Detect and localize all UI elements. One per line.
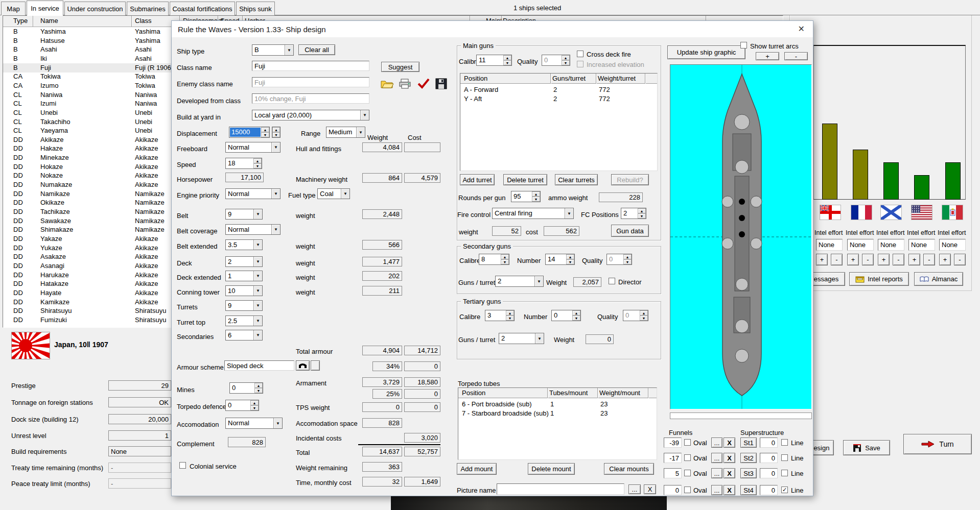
fc-positions-stepper[interactable]: 2▲▼ xyxy=(621,208,646,219)
graphic-zoom-out-button[interactable]: - xyxy=(784,52,808,60)
open-folder-icon[interactable] xyxy=(380,78,394,89)
range-select[interactable]: Medium▼ xyxy=(326,127,365,138)
fire-control-select[interactable]: Central firing▼ xyxy=(492,208,574,219)
superstructure-value-input[interactable]: 0 xyxy=(760,468,778,478)
torpedo-tubes-header[interactable]: Position xyxy=(462,389,485,397)
sg-quality-stepper[interactable]: 0▲▼ xyxy=(606,254,632,265)
superstructure-value-input[interactable]: 0 xyxy=(760,453,778,463)
intel-plus-button[interactable]: + xyxy=(847,254,859,265)
main-guns-table[interactable]: PositionGuns/turretWeight/turretA - Forw… xyxy=(460,73,658,171)
superstructure-st3-button[interactable]: St3 xyxy=(740,468,757,478)
tab-ships-sunk[interactable]: Ships sunk xyxy=(236,2,275,15)
superstructure-line-checkbox[interactable] xyxy=(781,470,788,476)
accomodation-select[interactable]: Normal▼ xyxy=(225,418,283,429)
spin-down-icon[interactable]: ▼ xyxy=(261,132,269,137)
spin-down-icon[interactable]: ▼ xyxy=(566,259,574,264)
funnel-value-input[interactable]: 5 xyxy=(664,468,682,478)
spin-down-icon[interactable]: ▼ xyxy=(532,197,540,202)
intel-minus-button[interactable]: - xyxy=(893,254,904,265)
update-ship-graphic-button[interactable]: Update ship graphic xyxy=(667,45,745,59)
spin-up-icon[interactable]: ▲ xyxy=(623,254,632,259)
tab-map[interactable]: Map xyxy=(1,2,26,15)
chevron-down-icon[interactable]: ▼ xyxy=(534,276,543,286)
funnel-value-input[interactable]: 0 xyxy=(664,485,682,495)
show-turret-arcs-checkbox[interactable] xyxy=(740,42,747,48)
armour-scheme-input[interactable]: Sloped deck xyxy=(224,360,294,371)
add-turret-button[interactable]: Add turret xyxy=(460,174,495,185)
gun-data-button[interactable]: Gun data xyxy=(611,225,649,237)
picture-name-input[interactable] xyxy=(497,483,624,495)
spin-up-icon[interactable]: ▲ xyxy=(562,55,570,60)
spin-up-icon[interactable]: ▲ xyxy=(272,127,280,132)
validate-check-icon[interactable] xyxy=(416,77,431,89)
spin-up-icon[interactable]: ▲ xyxy=(501,254,509,259)
table-row[interactable]: 6 - Port broadside (sub)123 xyxy=(458,400,657,409)
spin-down-icon[interactable]: ▼ xyxy=(250,405,259,410)
delete-mount-button[interactable]: Delete mount xyxy=(528,463,575,475)
spin-up-icon[interactable]: ▲ xyxy=(253,158,262,163)
table-row[interactable]: A - Forward2772 xyxy=(460,86,657,95)
spin-up-icon[interactable]: ▲ xyxy=(506,310,514,315)
funnel-delete-button[interactable]: X xyxy=(724,468,735,478)
graphic-zoom-in-button[interactable]: + xyxy=(756,52,779,60)
sg-guns-per-turret-select[interactable]: 2▼ xyxy=(495,276,544,287)
spin-up-icon[interactable]: ▲ xyxy=(532,191,540,197)
chevron-down-icon[interactable]: ▼ xyxy=(271,189,280,199)
armour-scheme-extra-button[interactable] xyxy=(311,360,320,371)
mg-calibre-stepper[interactable]: 11▲▼ xyxy=(476,55,512,66)
intel-plus-button[interactable]: + xyxy=(878,254,890,265)
funnel-oval-checkbox[interactable] xyxy=(684,454,691,461)
suggest-button[interactable]: Suggest xyxy=(381,62,419,72)
main-guns-header[interactable]: Weight/turret xyxy=(598,75,636,82)
main-guns-header[interactable]: Position xyxy=(464,75,487,82)
spin-up-icon[interactable]: ▲ xyxy=(572,310,580,315)
spin-down-icon[interactable]: ▼ xyxy=(501,259,509,264)
chevron-down-icon[interactable]: ▼ xyxy=(273,418,282,428)
sg-calibre-stepper[interactable]: 8▲▼ xyxy=(479,254,509,265)
torpedo-tubes-header[interactable]: Weight/mount xyxy=(599,389,640,397)
funnel-browse-button[interactable]: ... xyxy=(711,438,722,448)
spin-down-icon[interactable]: ▼ xyxy=(254,388,263,393)
armour-scheme-icon-button[interactable] xyxy=(296,360,310,371)
belt-coverage-select[interactable]: Normal▼ xyxy=(225,224,281,235)
chevron-down-icon[interactable]: ▼ xyxy=(535,333,544,344)
delete-turret-button[interactable]: Delete turret xyxy=(503,174,547,185)
spin-down-icon[interactable]: ▼ xyxy=(503,60,511,65)
enemy-class-input[interactable]: Fuji xyxy=(252,77,369,87)
column-header-type[interactable]: Type xyxy=(13,17,28,25)
speed-stepper[interactable]: 18▲▼ xyxy=(225,158,262,169)
funnel-oval-checkbox[interactable] xyxy=(684,470,691,476)
close-icon[interactable]: ✕ xyxy=(798,24,805,34)
ship-type-select[interactable]: B▼ xyxy=(252,44,294,56)
developed-from-input[interactable]: 10% change, Fuji xyxy=(252,93,369,104)
torpedo-defence-stepper[interactable]: 0▲▼ xyxy=(225,400,259,411)
intel-effort-value[interactable]: None xyxy=(939,239,966,251)
intel-plus-button[interactable]: + xyxy=(939,254,951,265)
chevron-down-icon[interactable]: ▼ xyxy=(341,189,349,199)
tab-in-service[interactable]: In service xyxy=(27,1,63,16)
spin-down-icon[interactable]: ▼ xyxy=(272,132,280,137)
funnel-browse-button[interactable]: ... xyxy=(711,453,722,463)
add-mount-button[interactable]: Add mount xyxy=(457,463,497,475)
turn-button[interactable]: Turn xyxy=(903,434,972,454)
spin-down-icon[interactable]: ▼ xyxy=(638,213,646,218)
save-button[interactable]: Save xyxy=(843,440,890,455)
intel-effort-value[interactable]: None xyxy=(847,239,874,251)
spin-down-icon[interactable]: ▼ xyxy=(253,163,262,168)
funnel-delete-button[interactable]: X xyxy=(724,438,735,448)
spin-up-icon[interactable]: ▲ xyxy=(638,208,646,213)
column-header-name[interactable]: Name xyxy=(40,17,58,25)
displacement-fine-stepper[interactable]: ▲▼ xyxy=(272,127,281,138)
dialog-titlebar[interactable]: Rule the Waves - Version 1.33- Ship desi… xyxy=(172,21,813,37)
superstructure-value-input[interactable]: 0 xyxy=(760,485,778,495)
intel-minus-button[interactable]: - xyxy=(923,254,935,265)
superstructure-line-checkbox[interactable]: ✓ xyxy=(781,487,788,493)
picture-clear-button[interactable]: X xyxy=(644,484,656,494)
spin-down-icon[interactable]: ▼ xyxy=(562,60,570,65)
funnel-browse-button[interactable]: ... xyxy=(711,485,722,495)
chevron-down-icon[interactable]: ▼ xyxy=(253,330,262,340)
belt-extended-select[interactable]: 3.5▼ xyxy=(225,239,263,250)
intel-plus-button[interactable]: + xyxy=(908,254,920,265)
build-yard-select[interactable]: Local yard (20,000)▼ xyxy=(252,110,369,120)
column-header-class[interactable]: Class xyxy=(135,17,152,25)
